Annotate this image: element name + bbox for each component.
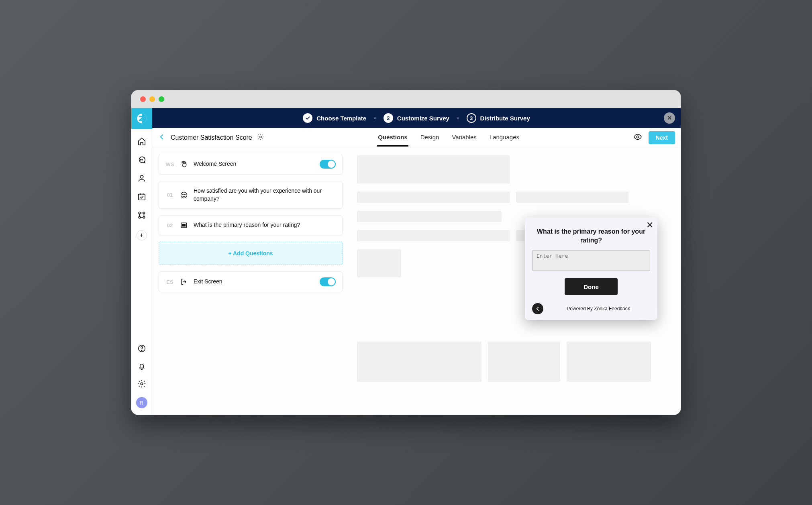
popup-done-button[interactable]: Done bbox=[565, 278, 618, 295]
card-number: 02 bbox=[165, 222, 174, 228]
powered-by-label: Powered By Zonka Feedback bbox=[547, 306, 650, 312]
wizard-step-number: 2 bbox=[384, 113, 393, 123]
svg-point-6 bbox=[143, 212, 145, 214]
skeleton-block bbox=[357, 230, 510, 241]
powered-by-link[interactable]: Zonka Feedback bbox=[594, 306, 630, 312]
survey-preview-popup: ✕ What is the primary reason for your ra… bbox=[525, 218, 657, 320]
survey-title: Customer Satisfaction Score bbox=[171, 134, 252, 141]
question-text: How satisfied are you with your experien… bbox=[194, 187, 336, 203]
editor-body: WS Welcome Screen 01 How satisfied are y… bbox=[152, 147, 681, 415]
sidebar-add-button[interactable]: + bbox=[137, 230, 147, 240]
skeleton-block bbox=[567, 342, 651, 382]
question-card-2[interactable]: 02 What is the primary reason for your r… bbox=[159, 215, 343, 235]
tab-variables[interactable]: Variables bbox=[451, 129, 477, 147]
calendar-check-icon[interactable] bbox=[137, 192, 146, 201]
svg-point-7 bbox=[139, 216, 141, 218]
close-popup-button[interactable]: ✕ bbox=[646, 220, 653, 230]
svg-point-3 bbox=[140, 175, 143, 178]
skeleton-block bbox=[357, 155, 510, 183]
welcome-toggle[interactable] bbox=[320, 160, 336, 169]
main-column: Choose Template » 2 Customize Survey » 3… bbox=[152, 108, 681, 415]
survey-settings-icon[interactable] bbox=[257, 133, 264, 142]
text-box-icon bbox=[180, 221, 188, 229]
popup-back-button[interactable] bbox=[532, 303, 543, 314]
popup-text-input[interactable] bbox=[532, 250, 650, 271]
chevron-right-icon: » bbox=[457, 115, 459, 121]
app-logo[interactable] bbox=[131, 108, 152, 129]
user-avatar[interactable]: R bbox=[136, 397, 147, 408]
wizard-step-2[interactable]: 2 Customize Survey bbox=[384, 113, 449, 123]
window-minimize-icon[interactable] bbox=[149, 96, 155, 102]
wizard-stepper: Choose Template » 2 Customize Survey » 3… bbox=[152, 108, 681, 128]
popup-question-title: What is the primary reason for your rati… bbox=[532, 224, 650, 250]
close-wizard-button[interactable]: ✕ bbox=[664, 112, 675, 124]
wizard-step-label: Choose Template bbox=[316, 115, 366, 122]
tab-languages[interactable]: Languages bbox=[489, 129, 520, 147]
tab-design[interactable]: Design bbox=[420, 129, 440, 147]
exit-toggle[interactable] bbox=[320, 277, 336, 286]
wizard-step-1[interactable]: Choose Template bbox=[303, 113, 366, 123]
window-close-icon[interactable] bbox=[140, 96, 146, 102]
svg-point-10 bbox=[141, 350, 142, 350]
card-tag: WS bbox=[165, 161, 174, 167]
back-button[interactable] bbox=[158, 133, 166, 143]
skeleton-block bbox=[357, 191, 510, 203]
wizard-step-3[interactable]: 3 Distribute Survey bbox=[467, 113, 530, 123]
workflow-icon[interactable] bbox=[137, 211, 146, 220]
svg-point-15 bbox=[183, 194, 184, 195]
home-icon[interactable] bbox=[137, 137, 146, 146]
question-text: What is the primary reason for your rati… bbox=[194, 221, 336, 229]
wizard-step-label: Distribute Survey bbox=[480, 115, 530, 122]
sidebar: + R bbox=[131, 108, 152, 415]
skeleton-block bbox=[516, 191, 628, 203]
smiley-icon bbox=[180, 191, 188, 199]
chevron-right-icon: » bbox=[373, 115, 376, 121]
app-root: + R Choose Template » 2 Customize Survey bbox=[131, 108, 681, 415]
mac-window: + R Choose Template » 2 Customize Survey bbox=[131, 90, 681, 415]
question-card-1[interactable]: 01 How satisfied are you with your exper… bbox=[159, 181, 343, 209]
question-list-panel: WS Welcome Screen 01 How satisfied are y… bbox=[152, 147, 349, 415]
skeleton-block bbox=[357, 249, 401, 277]
window-traffic-lights bbox=[131, 90, 681, 108]
svg-rect-18 bbox=[182, 224, 186, 227]
skeleton-block bbox=[357, 211, 502, 222]
svg-point-16 bbox=[185, 194, 186, 195]
svg-point-1 bbox=[140, 159, 141, 160]
card-label: Exit Screen bbox=[194, 278, 314, 286]
svg-point-12 bbox=[260, 136, 262, 138]
skeleton-block bbox=[357, 342, 481, 382]
preview-icon[interactable] bbox=[633, 132, 642, 143]
window-maximize-icon[interactable] bbox=[159, 96, 164, 102]
svg-point-14 bbox=[181, 192, 187, 198]
exit-icon bbox=[180, 278, 188, 286]
help-icon[interactable] bbox=[137, 344, 146, 353]
survey-header: Customer Satisfaction Score Questions De… bbox=[152, 128, 681, 147]
card-number: 01 bbox=[165, 192, 174, 198]
add-questions-button[interactable]: + Add Questions bbox=[159, 242, 343, 265]
svg-point-13 bbox=[637, 136, 639, 138]
exit-screen-card[interactable]: ES Exit Screen bbox=[159, 271, 343, 292]
user-icon[interactable] bbox=[137, 174, 146, 183]
preview-area: ✕ What is the primary reason for your ra… bbox=[349, 147, 681, 415]
svg-rect-4 bbox=[138, 194, 145, 200]
wizard-step-number: 3 bbox=[467, 113, 476, 123]
svg-point-8 bbox=[143, 216, 145, 218]
card-tag: ES bbox=[165, 279, 174, 285]
wave-icon bbox=[180, 160, 188, 168]
check-icon bbox=[303, 113, 312, 123]
chat-icon[interactable] bbox=[137, 155, 146, 164]
wizard-step-label: Customize Survey bbox=[397, 115, 449, 122]
tab-questions[interactable]: Questions bbox=[377, 129, 408, 147]
svg-point-11 bbox=[141, 383, 143, 385]
card-label: Welcome Screen bbox=[194, 160, 314, 168]
skeleton-block bbox=[488, 342, 560, 382]
svg-point-5 bbox=[139, 212, 141, 214]
header-tabs: Questions Design Variables Languages bbox=[377, 129, 520, 147]
svg-point-2 bbox=[142, 159, 143, 160]
bell-icon[interactable] bbox=[137, 362, 146, 371]
next-button[interactable]: Next bbox=[649, 131, 675, 144]
settings-icon[interactable] bbox=[137, 379, 146, 388]
welcome-screen-card[interactable]: WS Welcome Screen bbox=[159, 154, 343, 175]
